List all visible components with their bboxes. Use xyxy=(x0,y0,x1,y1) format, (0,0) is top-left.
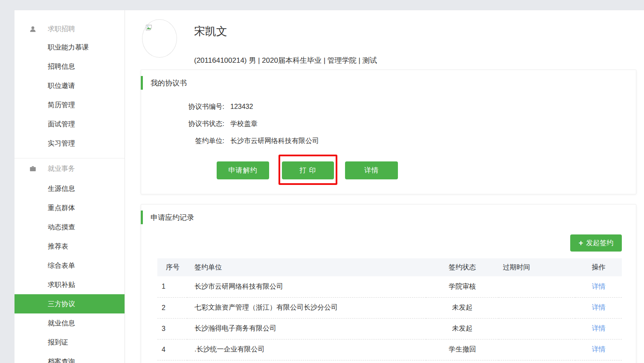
agreement-detail-button[interactable]: 详情 xyxy=(345,161,398,179)
sidebar-group-jobsearch: 求职招聘 xyxy=(15,20,125,38)
table-header-row: 序号 签约单位 签约状态 过期时间 操作 xyxy=(157,258,622,276)
broken-image-icon xyxy=(145,24,153,33)
agreement-fields: 协议书编号: 123432 协议书状态: 学校盖章 签约单位: 长沙市云研网络科… xyxy=(141,98,636,149)
profile-header: 宋凯文 (201164100214) 男 | 2020届本科生毕业 | 管理学院… xyxy=(125,10,644,70)
sidebar-item-source-info[interactable]: 生源信息 xyxy=(15,179,125,198)
records-table: 序号 签约单位 签约状态 过期时间 操作 1 长沙市云研网络科技有限公司 学院审… xyxy=(157,258,622,360)
request-termination-button[interactable]: 申请解约 xyxy=(217,161,269,179)
agreement-card-title: 我的协议书 xyxy=(151,78,187,88)
row-expire xyxy=(499,318,575,339)
agreement-number-value: 123432 xyxy=(230,103,253,111)
sidebar-item-recruit-info[interactable]: 招聘信息 xyxy=(15,57,125,76)
agreement-number-label: 协议书编号: xyxy=(141,102,224,111)
sidebar-item-position-invite[interactable]: 职位邀请 xyxy=(15,76,125,95)
col-header-action: 操作 xyxy=(575,258,622,276)
sidebar-item-registration-card[interactable]: 报到证 xyxy=(15,333,125,352)
top-gutter xyxy=(0,0,644,10)
row-expire xyxy=(499,276,575,297)
sidebar-item-job-subsidy[interactable]: 求职补贴 xyxy=(15,275,125,294)
agreement-title-row: 我的协议书 xyxy=(141,76,636,90)
sidebar-item-dynamic-survey[interactable]: 动态摸查 xyxy=(15,217,125,237)
plus-icon: + xyxy=(579,239,583,247)
initiate-signing-label: 发起签约 xyxy=(586,239,613,248)
title-accent-bar xyxy=(141,76,143,90)
row-status: 未发起 xyxy=(426,297,499,318)
student-name: 宋凯文 xyxy=(194,24,227,39)
row-expire xyxy=(499,339,575,360)
sidebar-item-interview[interactable]: 面试管理 xyxy=(15,114,125,134)
agreement-company-value: 长沙市云研网络科技有限公司 xyxy=(230,137,319,146)
sidebar-item-employment-info[interactable]: 就业信息 xyxy=(15,313,125,333)
left-gutter xyxy=(0,0,15,363)
print-button[interactable]: 打 印 xyxy=(282,161,334,179)
agreement-status-label: 协议书状态: xyxy=(141,120,224,129)
row-index: 4 xyxy=(157,339,187,360)
table-row: 3 长沙瀚得电子商务有限公司 未发起 详情 xyxy=(157,318,622,339)
sidebar-item-tripartite-agreement[interactable]: 三方协议 xyxy=(15,294,125,313)
person-icon xyxy=(29,25,37,33)
table-row: 4 .长沙统一企业有限公司 学生撤回 详情 xyxy=(157,339,622,360)
avatar xyxy=(142,19,177,58)
my-agreement-card: 我的协议书 协议书编号: 123432 协议书状态: 学校盖章 签约单位: 长沙… xyxy=(141,70,636,194)
agreement-number-row: 协议书编号: 123432 xyxy=(141,98,636,115)
sidebar-group-employment: 就业事务 xyxy=(15,158,125,179)
row-status: 学院审核 xyxy=(426,276,499,297)
row-index: 2 xyxy=(157,297,187,318)
student-meta: (201164100214) 男 | 2020届本科生毕业 | 管理学院 | 测… xyxy=(194,56,377,65)
application-records-card: 申请应约记录 + 发起签约 序号 签约单位 签约状态 过期时间 操作 1 长沙市… xyxy=(141,204,636,363)
sidebar-item-comprehensive-form[interactable]: 综合表单 xyxy=(15,256,125,275)
row-status: 学生撤回 xyxy=(426,339,499,360)
sidebar-item-resume[interactable]: 简历管理 xyxy=(15,95,125,114)
row-detail-link[interactable]: 详情 xyxy=(592,304,606,311)
row-detail-link[interactable]: 详情 xyxy=(592,283,606,290)
sidebar-item-archive-query[interactable]: 档案查询 xyxy=(15,352,125,363)
row-index: 1 xyxy=(157,276,187,297)
main-content: 宋凯文 (201164100214) 男 | 2020届本科生毕业 | 管理学院… xyxy=(125,10,644,363)
col-header-company: 签约单位 xyxy=(187,258,426,276)
row-expire xyxy=(499,297,575,318)
sidebar-group-label: 求职招聘 xyxy=(48,25,75,34)
sidebar-group-label: 就业事务 xyxy=(48,164,75,173)
sidebar: 求职招聘 职业能力慕课 招聘信息 职位邀请 简历管理 面试管理 实习管理 就业事… xyxy=(15,10,125,363)
briefcase-icon xyxy=(29,165,37,173)
row-company: 七彩文旅资产管理（浙江）有限公司长沙分公司 xyxy=(187,297,426,318)
sidebar-item-internship[interactable]: 实习管理 xyxy=(15,134,125,153)
row-company: 长沙市云研网络科技有限公司 xyxy=(187,276,426,297)
col-header-index: 序号 xyxy=(157,258,187,276)
sidebar-item-key-groups[interactable]: 重点群体 xyxy=(15,198,125,217)
table-row: 2 七彩文旅资产管理（浙江）有限公司长沙分公司 未发起 详情 xyxy=(157,297,622,318)
table-row: 1 长沙市云研网络科技有限公司 学院审核 详情 xyxy=(157,276,622,297)
title-accent-bar xyxy=(141,211,143,224)
agreement-company-row: 签约单位: 长沙市云研网络科技有限公司 xyxy=(141,132,636,149)
records-title-row: 申请应约记录 xyxy=(141,211,636,224)
sidebar-item-mooc[interactable]: 职业能力慕课 xyxy=(15,38,125,57)
row-company: .长沙统一企业有限公司 xyxy=(187,339,426,360)
initiate-signing-button[interactable]: + 发起签约 xyxy=(570,234,622,252)
sidebar-item-recommendation[interactable]: 推荐表 xyxy=(15,237,125,256)
row-company: 长沙瀚得电子商务有限公司 xyxy=(187,318,426,339)
agreement-status-value: 学校盖章 xyxy=(230,120,258,129)
row-status: 未发起 xyxy=(426,318,499,339)
agreement-actions: 申请解约 打 印 详情 xyxy=(141,155,636,193)
row-detail-link[interactable]: 详情 xyxy=(592,325,606,332)
row-index: 3 xyxy=(157,318,187,339)
row-detail-link[interactable]: 详情 xyxy=(592,345,606,353)
agreement-status-row: 协议书状态: 学校盖章 xyxy=(141,115,636,132)
records-card-title: 申请应约记录 xyxy=(151,213,194,222)
col-header-status: 签约状态 xyxy=(426,258,499,276)
col-header-expire: 过期时间 xyxy=(499,258,575,276)
agreement-company-label: 签约单位: xyxy=(141,137,224,146)
